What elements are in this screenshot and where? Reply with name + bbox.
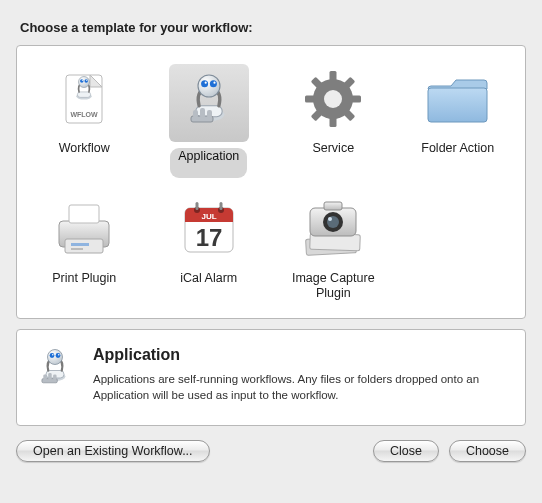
templates-panel: WFLOW Workflow xyxy=(16,45,526,319)
svg-rect-26 xyxy=(195,202,198,210)
svg-text:JUL: JUL xyxy=(201,212,216,221)
svg-text:WFLOW: WFLOW xyxy=(71,111,99,118)
svg-rect-41 xyxy=(53,374,57,380)
application-icon xyxy=(169,64,249,142)
svg-rect-20 xyxy=(71,243,89,246)
template-label: Image Capture Plugin xyxy=(276,270,391,302)
template-image-capture-plugin[interactable]: Image Capture Plugin xyxy=(274,188,393,306)
templates-grid: WFLOW Workflow xyxy=(25,58,517,306)
details-text: Application Applications are self-runnin… xyxy=(93,344,511,403)
camera-icon xyxy=(298,194,368,264)
template-print-plugin[interactable]: Print Plugin xyxy=(25,188,144,306)
svg-rect-16 xyxy=(428,88,487,122)
button-bar: Open an Existing Workflow... Close Choos… xyxy=(16,440,526,462)
template-workflow[interactable]: WFLOW Workflow xyxy=(25,58,144,182)
svg-rect-18 xyxy=(69,205,99,223)
svg-rect-28 xyxy=(219,202,222,210)
template-label: Print Plugin xyxy=(44,270,124,300)
template-label: Service xyxy=(304,140,362,170)
svg-rect-34 xyxy=(324,202,342,210)
details-panel: Application Applications are self-runnin… xyxy=(16,329,526,426)
svg-rect-21 xyxy=(71,248,83,250)
template-label: iCal Alarm xyxy=(172,270,245,300)
details-icon xyxy=(31,344,79,392)
svg-rect-11 xyxy=(200,108,205,118)
details-title: Application xyxy=(93,346,511,364)
close-button[interactable]: Close xyxy=(373,440,439,462)
svg-rect-39 xyxy=(43,374,47,380)
template-label: Folder Action xyxy=(413,140,502,170)
svg-point-15 xyxy=(324,90,342,108)
template-chooser-dialog: Choose a template for your workflow: WFL… xyxy=(0,0,542,476)
svg-rect-10 xyxy=(193,110,198,118)
service-icon xyxy=(298,64,368,134)
heading-text: Choose a template for your workflow: xyxy=(20,20,522,35)
calendar-icon: JUL 17 xyxy=(174,194,244,264)
choose-button[interactable]: Choose xyxy=(449,440,526,462)
svg-point-37 xyxy=(328,217,332,221)
template-service[interactable]: Service xyxy=(274,58,393,182)
template-label: Application xyxy=(170,148,247,178)
details-description: Applications are self-running workflows.… xyxy=(93,372,511,403)
folder-icon xyxy=(423,64,493,134)
open-existing-workflow-button[interactable]: Open an Existing Workflow... xyxy=(16,440,210,462)
svg-rect-12 xyxy=(207,110,212,118)
template-folder-action[interactable]: Folder Action xyxy=(399,58,518,182)
workflow-icon: WFLOW xyxy=(49,64,119,134)
svg-text:17: 17 xyxy=(195,224,222,251)
svg-rect-40 xyxy=(48,373,52,380)
template-label: Workflow xyxy=(51,140,118,170)
template-ical-alarm[interactable]: JUL 17 iCal Alarm xyxy=(150,188,269,306)
template-application[interactable]: Application xyxy=(150,58,269,182)
printer-icon xyxy=(49,194,119,264)
